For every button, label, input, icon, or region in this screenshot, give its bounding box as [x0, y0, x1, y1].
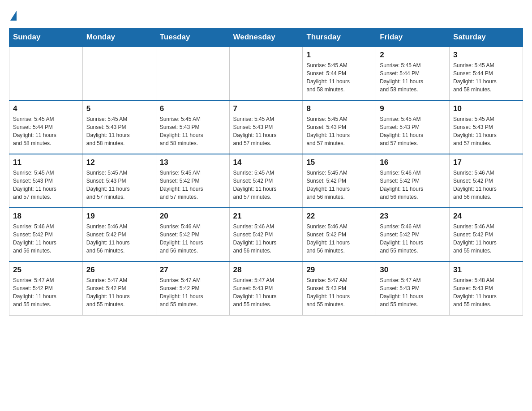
logo-top [9, 9, 17, 21]
day-number: 14 [233, 158, 299, 167]
day-info: Sunrise: 5:46 AM Sunset: 5:42 PM Dayligh… [453, 169, 519, 201]
calendar-cell: 11Sunrise: 5:45 AM Sunset: 5:43 PM Dayli… [9, 154, 83, 208]
day-info: Sunrise: 5:46 AM Sunset: 5:42 PM Dayligh… [306, 223, 372, 255]
calendar-cell: 17Sunrise: 5:46 AM Sunset: 5:42 PM Dayli… [450, 154, 523, 208]
calendar-week-row: 25Sunrise: 5:47 AM Sunset: 5:42 PM Dayli… [9, 261, 523, 315]
day-number: 8 [306, 104, 372, 113]
day-info: Sunrise: 5:45 AM Sunset: 5:44 PM Dayligh… [306, 61, 372, 94]
day-info: Sunrise: 5:46 AM Sunset: 5:42 PM Dayligh… [380, 223, 446, 255]
day-number: 20 [160, 212, 226, 221]
day-info: Sunrise: 5:46 AM Sunset: 5:42 PM Dayligh… [380, 169, 446, 201]
calendar-cell: 26Sunrise: 5:47 AM Sunset: 5:42 PM Dayli… [82, 261, 156, 315]
day-info: Sunrise: 5:46 AM Sunset: 5:42 PM Dayligh… [13, 223, 79, 255]
day-info: Sunrise: 5:47 AM Sunset: 5:43 PM Dayligh… [380, 276, 446, 308]
day-number: 10 [453, 104, 519, 113]
day-number: 18 [13, 212, 79, 221]
day-info: Sunrise: 5:46 AM Sunset: 5:42 PM Dayligh… [160, 223, 226, 255]
calendar-table: SundayMondayTuesdayWednesdayThursdayFrid… [9, 28, 523, 316]
day-number: 12 [86, 158, 152, 167]
logo-triangle-icon [10, 11, 17, 21]
day-number: 22 [306, 212, 372, 221]
day-number: 16 [380, 158, 446, 167]
calendar-cell [229, 47, 303, 100]
calendar-cell: 16Sunrise: 5:46 AM Sunset: 5:42 PM Dayli… [376, 154, 450, 208]
weekday-header-sunday: Sunday [9, 28, 83, 47]
calendar-cell: 22Sunrise: 5:46 AM Sunset: 5:42 PM Dayli… [303, 208, 376, 261]
day-number: 21 [233, 212, 299, 221]
calendar-cell: 6Sunrise: 5:45 AM Sunset: 5:43 PM Daylig… [156, 100, 229, 154]
day-info: Sunrise: 5:45 AM Sunset: 5:43 PM Dayligh… [86, 169, 152, 201]
calendar-cell: 21Sunrise: 5:46 AM Sunset: 5:42 PM Dayli… [229, 208, 303, 261]
day-number: 6 [160, 104, 226, 113]
calendar-week-row: 18Sunrise: 5:46 AM Sunset: 5:42 PM Dayli… [9, 208, 523, 261]
day-info: Sunrise: 5:45 AM Sunset: 5:42 PM Dayligh… [160, 169, 226, 201]
calendar-cell: 10Sunrise: 5:45 AM Sunset: 5:43 PM Dayli… [450, 100, 523, 154]
day-number: 7 [233, 104, 299, 113]
day-number: 17 [453, 158, 519, 167]
day-info: Sunrise: 5:45 AM Sunset: 5:43 PM Dayligh… [453, 115, 519, 147]
day-number: 29 [306, 265, 372, 274]
day-number: 24 [453, 212, 519, 221]
day-info: Sunrise: 5:45 AM Sunset: 5:43 PM Dayligh… [233, 115, 299, 147]
calendar-cell: 23Sunrise: 5:46 AM Sunset: 5:42 PM Dayli… [376, 208, 450, 261]
day-info: Sunrise: 5:45 AM Sunset: 5:42 PM Dayligh… [306, 169, 372, 201]
calendar-cell: 18Sunrise: 5:46 AM Sunset: 5:42 PM Dayli… [9, 208, 83, 261]
calendar-cell: 15Sunrise: 5:45 AM Sunset: 5:42 PM Dayli… [303, 154, 376, 208]
day-number: 23 [380, 212, 446, 221]
day-number: 4 [13, 104, 79, 113]
calendar-week-row: 4Sunrise: 5:45 AM Sunset: 5:44 PM Daylig… [9, 100, 523, 154]
day-number: 25 [13, 265, 79, 274]
day-info: Sunrise: 5:47 AM Sunset: 5:42 PM Dayligh… [13, 276, 79, 308]
day-number: 13 [160, 158, 226, 167]
calendar-cell: 3Sunrise: 5:45 AM Sunset: 5:44 PM Daylig… [450, 47, 523, 100]
day-info: Sunrise: 5:47 AM Sunset: 5:43 PM Dayligh… [233, 276, 299, 308]
calendar-cell: 29Sunrise: 5:47 AM Sunset: 5:43 PM Dayli… [303, 261, 376, 315]
day-number: 2 [380, 51, 446, 60]
day-info: Sunrise: 5:45 AM Sunset: 5:44 PM Dayligh… [453, 61, 519, 94]
day-info: Sunrise: 5:45 AM Sunset: 5:44 PM Dayligh… [13, 115, 79, 147]
weekday-header-monday: Monday [82, 28, 156, 47]
weekday-header-tuesday: Tuesday [156, 28, 229, 47]
day-number: 5 [86, 104, 152, 113]
day-info: Sunrise: 5:46 AM Sunset: 5:42 PM Dayligh… [233, 223, 299, 255]
calendar-cell: 13Sunrise: 5:45 AM Sunset: 5:42 PM Dayli… [156, 154, 229, 208]
weekday-header-thursday: Thursday [303, 28, 376, 47]
day-info: Sunrise: 5:47 AM Sunset: 5:43 PM Dayligh… [306, 276, 372, 308]
calendar-cell: 1Sunrise: 5:45 AM Sunset: 5:44 PM Daylig… [303, 47, 376, 100]
day-info: Sunrise: 5:47 AM Sunset: 5:42 PM Dayligh… [160, 276, 226, 308]
day-info: Sunrise: 5:45 AM Sunset: 5:42 PM Dayligh… [233, 169, 299, 201]
day-number: 28 [233, 265, 299, 274]
day-number: 27 [160, 265, 226, 274]
calendar-cell: 12Sunrise: 5:45 AM Sunset: 5:43 PM Dayli… [82, 154, 156, 208]
calendar-cell [82, 47, 156, 100]
day-info: Sunrise: 5:46 AM Sunset: 5:42 PM Dayligh… [453, 223, 519, 255]
weekday-header-saturday: Saturday [450, 28, 523, 47]
calendar-cell: 14Sunrise: 5:45 AM Sunset: 5:42 PM Dayli… [229, 154, 303, 208]
weekday-header-wednesday: Wednesday [229, 28, 303, 47]
logo [9, 9, 17, 19]
calendar-cell: 28Sunrise: 5:47 AM Sunset: 5:43 PM Dayli… [229, 261, 303, 315]
day-info: Sunrise: 5:45 AM Sunset: 5:43 PM Dayligh… [160, 115, 226, 147]
day-number: 1 [306, 51, 372, 60]
weekday-header-friday: Friday [376, 28, 450, 47]
day-number: 15 [306, 158, 372, 167]
page-header [9, 9, 523, 19]
day-info: Sunrise: 5:45 AM Sunset: 5:43 PM Dayligh… [380, 115, 446, 147]
calendar-cell: 31Sunrise: 5:48 AM Sunset: 5:43 PM Dayli… [450, 261, 523, 315]
day-info: Sunrise: 5:47 AM Sunset: 5:42 PM Dayligh… [86, 276, 152, 308]
calendar-week-row: 1Sunrise: 5:45 AM Sunset: 5:44 PM Daylig… [9, 47, 523, 100]
day-number: 26 [86, 265, 152, 274]
weekday-header-row: SundayMondayTuesdayWednesdayThursdayFrid… [9, 28, 523, 47]
calendar-cell: 25Sunrise: 5:47 AM Sunset: 5:42 PM Dayli… [9, 261, 83, 315]
day-info: Sunrise: 5:45 AM Sunset: 5:44 PM Dayligh… [380, 61, 446, 94]
day-info: Sunrise: 5:45 AM Sunset: 5:43 PM Dayligh… [86, 115, 152, 147]
calendar-cell: 5Sunrise: 5:45 AM Sunset: 5:43 PM Daylig… [82, 100, 156, 154]
calendar-cell: 24Sunrise: 5:46 AM Sunset: 5:42 PM Dayli… [450, 208, 523, 261]
calendar-cell: 30Sunrise: 5:47 AM Sunset: 5:43 PM Dayli… [376, 261, 450, 315]
calendar-cell: 7Sunrise: 5:45 AM Sunset: 5:43 PM Daylig… [229, 100, 303, 154]
day-info: Sunrise: 5:48 AM Sunset: 5:43 PM Dayligh… [453, 276, 519, 308]
day-info: Sunrise: 5:45 AM Sunset: 5:43 PM Dayligh… [13, 169, 79, 201]
calendar-cell: 9Sunrise: 5:45 AM Sunset: 5:43 PM Daylig… [376, 100, 450, 154]
day-number: 30 [380, 265, 446, 274]
calendar-cell: 19Sunrise: 5:46 AM Sunset: 5:42 PM Dayli… [82, 208, 156, 261]
